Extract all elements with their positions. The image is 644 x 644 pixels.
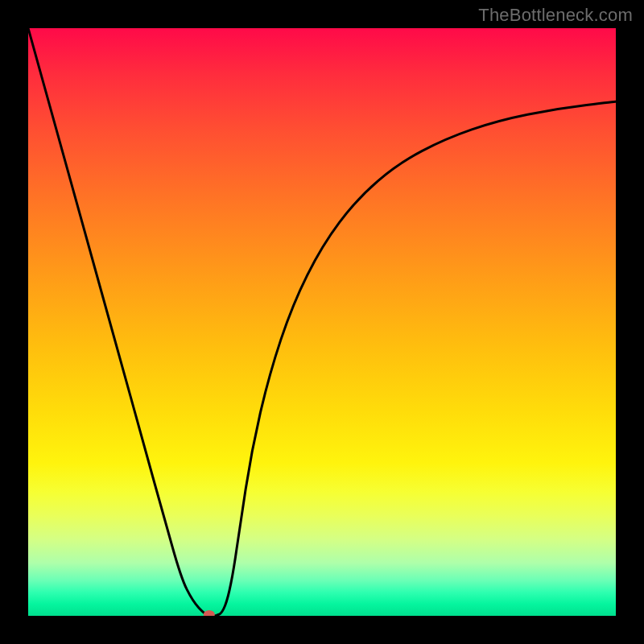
optimum-marker	[204, 610, 215, 616]
curve-path-group	[28, 28, 616, 616]
plot-area	[28, 28, 616, 616]
chart-frame: TheBottleneck.com	[0, 0, 644, 644]
curve-layer	[28, 28, 616, 616]
watermark-text: TheBottleneck.com	[478, 5, 633, 26]
bottleneck-curve	[28, 28, 616, 616]
